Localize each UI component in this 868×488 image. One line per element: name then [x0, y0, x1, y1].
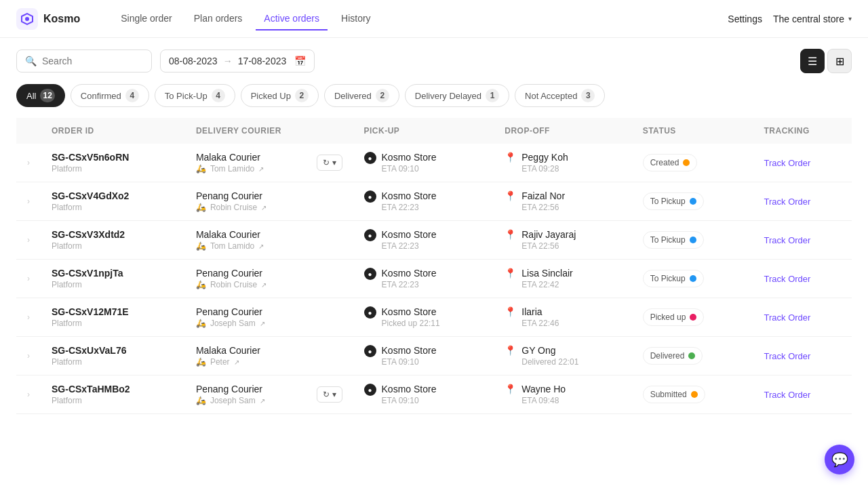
status-badge-0: Created — [643, 154, 698, 171]
table-row: › SG-CSxV5n6oRN Platform Malaka Courier … — [16, 144, 852, 182]
dropoff-name-4: Ilaria — [521, 306, 559, 317]
track-order-link-0[interactable]: Track Order — [764, 158, 811, 168]
dropoff-3: 📍 Lisa Sinclair ETA 22:42 — [505, 268, 620, 289]
track-order-link-4[interactable]: Track Order — [764, 312, 811, 323]
row-expand-3[interactable]: › — [16, 260, 41, 298]
dropoff-4: 📍 Ilaria ETA 22:46 — [505, 306, 620, 328]
filter-delayed[interactable]: Delivery Delayed 1 — [405, 84, 509, 107]
order-id-2: SG-CSxV3Xdtd2 — [52, 229, 174, 240]
status-text-0: Created — [650, 158, 679, 167]
row-expand-1[interactable]: › — [16, 182, 41, 221]
pickup-eta-4: Picked up 22:11 — [382, 319, 440, 328]
store-selector[interactable]: The central store ▾ — [773, 14, 852, 24]
external-link-icon[interactable]: ↗ — [261, 204, 267, 211]
row-expand-5[interactable]: › — [16, 337, 41, 375]
courier-name-3: Robin Cruise — [210, 280, 257, 289]
status-text-5: Delivered — [650, 351, 685, 361]
date-end: 17-08-2023 — [238, 56, 287, 66]
filter-notaccepted[interactable]: Not Accepted 3 — [515, 84, 605, 107]
courier-company-5: Malaka Courier — [196, 345, 260, 356]
track-order-link-1[interactable]: Track Order — [764, 197, 811, 207]
track-order-link-5[interactable]: Track Order — [764, 351, 811, 361]
status-dot-6 — [691, 391, 698, 398]
order-id-6: SG-CSxTaHMBo2 — [52, 384, 174, 394]
pickup-name-0: Kosmo Store — [382, 152, 437, 163]
filter-notaccepted-label: Not Accepted — [525, 91, 577, 101]
status-dot-4 — [690, 314, 696, 321]
courier-company-4: Penang Courier — [196, 306, 265, 317]
filter-confirmed[interactable]: Confirmed 4 — [71, 84, 149, 107]
pickup-name-6: Kosmo Store — [382, 384, 437, 394]
pickup-circle-icon: ● — [364, 229, 376, 241]
reassign-btn-6[interactable]: ↻▾ — [317, 386, 342, 403]
pickup-circle-icon: ● — [364, 268, 376, 280]
reassign-btn-0[interactable]: ↻▾ — [317, 155, 342, 171]
table-row: › SG-CSxTaHMBo2 Platform Penang Courier … — [16, 375, 852, 414]
settings-link[interactable]: Settings — [728, 14, 762, 24]
order-sub-4: Platform — [52, 319, 174, 328]
external-link-icon[interactable]: ↗ — [258, 243, 264, 250]
scooter-icon: 🛵 — [196, 241, 206, 251]
action-chevron: ▾ — [332, 158, 336, 167]
order-sub-6: Platform — [52, 396, 174, 405]
nav-plan-orders[interactable]: Plan orders — [186, 7, 251, 30]
pickup-eta-3: ETA 22:23 — [382, 280, 437, 289]
pickup-0: ● Kosmo Store ETA 09:10 — [364, 152, 484, 174]
external-link-icon[interactable]: ↗ — [261, 281, 267, 289]
filter-pickedup[interactable]: Picked Up 2 — [241, 84, 319, 107]
order-id-1: SG-CSxV4GdXo2 — [52, 190, 174, 201]
order-id-4: SG-CSxV12M71E — [52, 306, 174, 317]
external-link-icon[interactable]: ↗ — [260, 320, 265, 327]
grid-view-button[interactable]: ⊞ — [827, 49, 852, 73]
external-link-icon[interactable]: ↗ — [258, 165, 264, 173]
logo[interactable]: Kosmo — [16, 8, 80, 30]
date-range[interactable]: 08-08-2023 → 17-08-2023 📅 — [160, 49, 315, 73]
order-id-0: SG-CSxV5n6oRN — [52, 152, 174, 163]
dropoff-eta-3: ETA 22:42 — [521, 280, 572, 289]
filter-pickedup-label: Picked Up — [251, 91, 291, 101]
external-link-icon[interactable]: ↗ — [234, 359, 239, 366]
track-order-link-6[interactable]: Track Order — [764, 390, 811, 400]
orders-table: ORDER ID DELIVERY COURIER PICK-UP DROP-O… — [16, 118, 852, 414]
dropoff-pin-icon: 📍 — [505, 190, 516, 201]
search-input[interactable] — [42, 56, 143, 66]
track-order-link-2[interactable]: Track Order — [764, 235, 811, 245]
dropoff-5: 📍 GY Ong Delivered 22:01 — [505, 345, 620, 367]
filter-confirmed-label: Confirmed — [81, 91, 121, 101]
pickup-2: ● Kosmo Store ETA 22:23 — [364, 229, 484, 251]
table-row: › SG-CSxV1npjTa Platform Penang Courier … — [16, 260, 852, 298]
courier-sub-0: 🛵 Tom Lamido ↗ — [196, 164, 264, 174]
row-expand-4[interactable]: › — [16, 298, 41, 337]
external-link-icon[interactable]: ↗ — [260, 397, 265, 405]
courier-cell-3: Penang Courier 🛵 Robin Cruise ↗ — [196, 268, 342, 289]
courier-name-2: Tom Lamido — [210, 241, 254, 251]
date-start: 08-08-2023 — [169, 56, 218, 66]
filter-topickup[interactable]: To Pick-Up 4 — [155, 84, 235, 107]
nav-history[interactable]: History — [333, 7, 379, 30]
dropoff-name-2: Rajiv Jayaraj — [521, 229, 576, 240]
list-view-button[interactable]: ☰ — [800, 49, 825, 73]
courier-sub-2: 🛵 Tom Lamido ↗ — [196, 241, 264, 251]
row-expand-6[interactable]: › — [16, 375, 41, 414]
refresh-icon: ↻ — [323, 158, 330, 167]
nav-single-order[interactable]: Single order — [113, 7, 180, 30]
status-dot-5 — [688, 352, 695, 359]
filter-delayed-count: 1 — [486, 89, 499, 102]
order-id-5: SG-CSxUxVaL76 — [52, 345, 174, 356]
status-dot-3 — [690, 275, 696, 282]
courier-sub-6: 🛵 Joseph Sam ↗ — [196, 396, 265, 405]
row-expand-2[interactable]: › — [16, 221, 41, 260]
filter-delivered[interactable]: Delivered 2 — [324, 84, 399, 107]
dropoff-6: 📍 Wayne Ho ETA 09:48 — [505, 384, 620, 405]
status-text-1: To Pickup — [650, 197, 686, 206]
track-order-link-3[interactable]: Track Order — [764, 274, 811, 284]
row-expand-0[interactable]: › — [16, 144, 41, 182]
filter-all[interactable]: All 12 — [16, 84, 65, 107]
nav-active-orders[interactable]: Active orders — [256, 7, 328, 30]
dropoff-eta-5: Delivered 22:01 — [521, 357, 578, 367]
search-box[interactable]: 🔍 — [16, 49, 152, 73]
action-chevron: ▾ — [332, 390, 336, 399]
status-text-3: To Pickup — [650, 274, 686, 283]
pickup-circle-icon: ● — [364, 152, 376, 164]
status-text-2: To Pickup — [650, 235, 686, 245]
